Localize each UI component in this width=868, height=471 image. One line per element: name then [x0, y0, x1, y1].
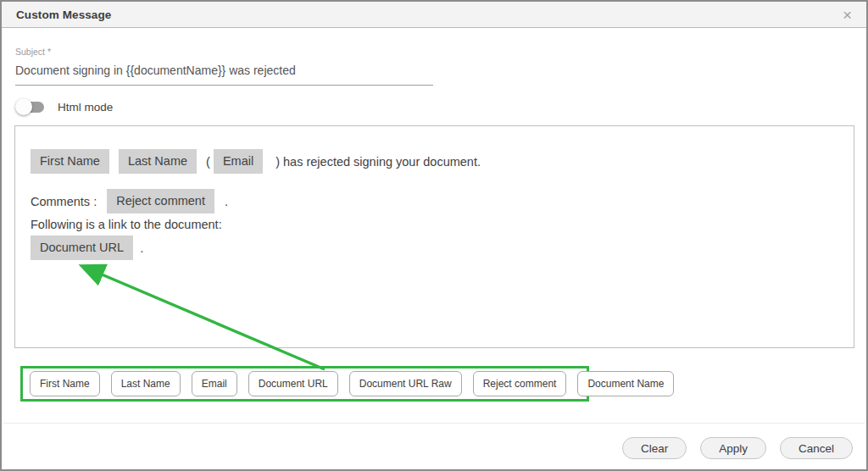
message-editor[interactable]: First Name Last Name ( Email ) has rejec…: [14, 125, 854, 348]
token-chip-reject-comment[interactable]: Reject comment: [107, 189, 214, 213]
dialog-title: Custom Message: [16, 8, 111, 21]
editor-line-3: Following is a link to the document:: [31, 217, 838, 231]
editor-text: ) has rejected signing your document.: [272, 155, 481, 169]
editor-line-4: Document URL .: [31, 236, 838, 260]
placeholder-button-reject-comment[interactable]: Reject comment: [473, 371, 567, 396]
editor-line-2: Comments : Reject comment .: [31, 189, 838, 213]
placeholder-button-document-name[interactable]: Document Name: [577, 371, 674, 396]
subject-label: Subject *: [15, 47, 433, 57]
cancel-button[interactable]: Cancel: [780, 437, 853, 459]
placeholder-button-first-name[interactable]: First Name: [30, 371, 100, 396]
editor-text: (: [206, 155, 214, 169]
footer-divider: [3, 423, 865, 424]
token-chip-last-name[interactable]: Last Name: [119, 149, 197, 174]
html-mode-row: Html mode: [15, 97, 113, 116]
editor-text: Following is a link to the document:: [31, 218, 222, 231]
placeholder-button-document-url[interactable]: Document URL: [248, 371, 338, 396]
dialog-header: Custom Message ×: [2, 2, 866, 28]
editor-line-1: First Name Last Name ( Email ) has rejec…: [31, 149, 838, 174]
token-chip-first-name[interactable]: First Name: [31, 149, 109, 174]
editor-text: .: [221, 195, 228, 208]
placeholder-button-email[interactable]: Email: [192, 371, 237, 396]
editor-text: Comments :: [31, 195, 100, 208]
placeholder-buttons-row: First Name Last Name Email Document URL …: [20, 366, 589, 402]
footer-actions: Clear Apply Cancel: [622, 437, 853, 459]
placeholder-button-last-name[interactable]: Last Name: [111, 371, 181, 396]
subject-field: Subject * Document signing in {{document…: [15, 47, 433, 86]
toggle-knob: [15, 98, 32, 115]
html-mode-label: Html mode: [58, 101, 113, 114]
apply-button[interactable]: Apply: [700, 437, 766, 459]
placeholder-button-document-url-raw[interactable]: Document URL Raw: [349, 371, 462, 396]
token-chip-document-url[interactable]: Document URL: [31, 236, 133, 260]
close-icon[interactable]: ×: [843, 7, 852, 23]
editor-text: .: [140, 241, 143, 255]
html-mode-toggle[interactable]: [15, 98, 46, 115]
subject-input[interactable]: Document signing in {{documentName}} was…: [15, 64, 433, 86]
clear-button[interactable]: Clear: [622, 437, 687, 459]
custom-message-dialog: Custom Message × Subject * Document sign…: [0, 0, 868, 471]
token-chip-email[interactable]: Email: [214, 149, 263, 174]
